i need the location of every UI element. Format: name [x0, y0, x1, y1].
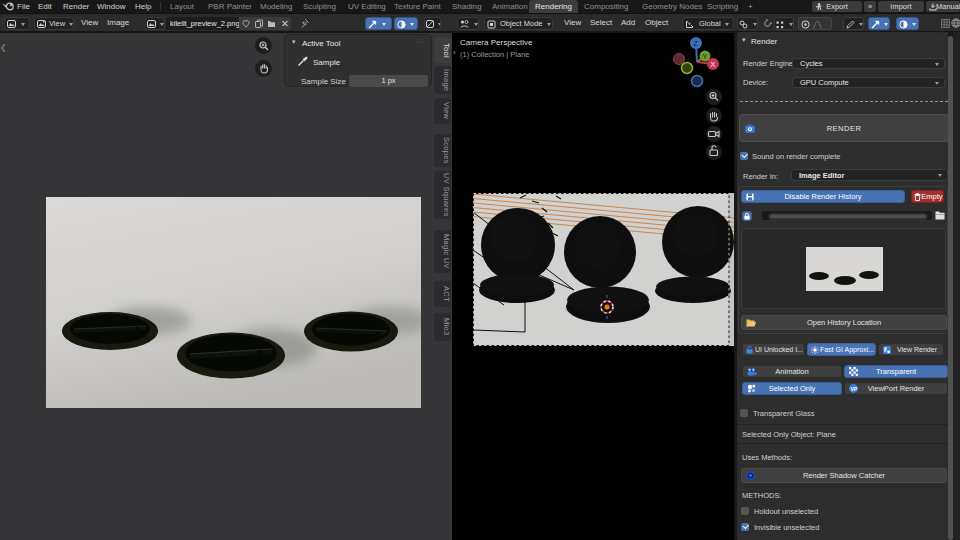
svg-text:(1) Collection | Plane: (1) Collection | Plane: [460, 50, 529, 59]
svg-text:Y: Y: [703, 53, 708, 60]
svg-text:Z: Z: [694, 40, 699, 47]
svg-text:X: X: [711, 61, 716, 68]
svg-text:Camera Perspective: Camera Perspective: [460, 38, 533, 47]
svg-text:VP: VP: [850, 385, 857, 391]
svg-text:›: ›: [453, 48, 456, 57]
